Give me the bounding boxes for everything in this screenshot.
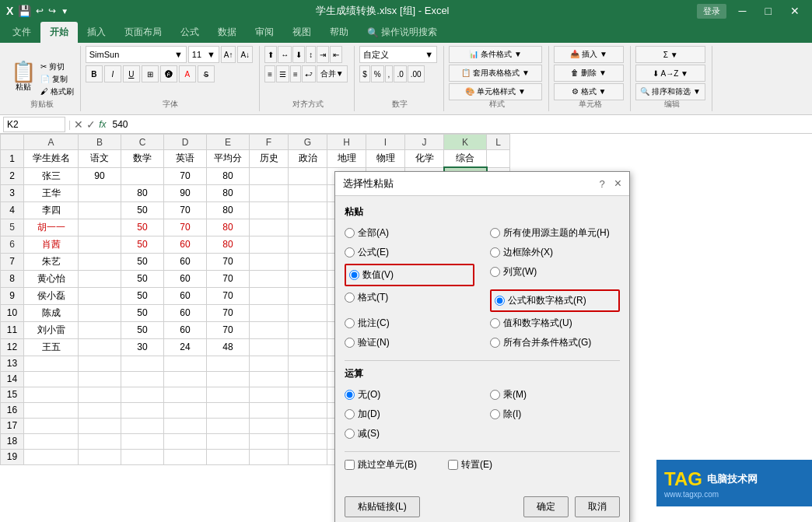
op-divide-radio[interactable] — [490, 409, 500, 419]
op-none: 无(O) — [345, 387, 474, 403]
watermark-text: 电脑技术网 — [707, 472, 758, 486]
paste-option-formula-num-fmt: 公式和数字格式(R) — [490, 289, 620, 312]
paste-formula-text: 公式(E) — [358, 246, 389, 259]
paste-all-cond-label[interactable]: 所有合并条件格式(G) — [490, 335, 620, 351]
op-none-text: 无(O) — [358, 388, 380, 401]
paste-format-radio[interactable] — [345, 293, 355, 303]
transpose-label[interactable]: 转置(E) — [448, 458, 492, 471]
paste-all-radio[interactable] — [345, 228, 355, 238]
op-add-label[interactable]: 加(D) — [345, 406, 474, 422]
paste-option-val-numfmt: 值和数字格式(U) — [490, 315, 620, 331]
op-subtract-text: 减(S) — [358, 427, 380, 440]
paste-formula-numfmt-highlight: 公式和数字格式(R) — [490, 289, 620, 312]
skip-blank-text: 跳过空单元(B) — [358, 458, 417, 471]
paste-option-except-border: 边框除外(X) — [490, 244, 620, 261]
paste-comment-radio[interactable] — [345, 318, 355, 328]
paste-validate-radio[interactable] — [345, 338, 355, 348]
paste-link-button[interactable]: 粘贴链接(L) — [345, 496, 420, 517]
dialog-title-bar: 选择性粘贴 ? × — [335, 172, 629, 196]
paste-value-label[interactable]: 数值(V) — [349, 267, 394, 283]
paste-comment-text: 批注(C) — [358, 317, 390, 330]
checkbox-row: 跳过空单元(B) 转置(E) — [345, 458, 620, 471]
op-add-text: 加(D) — [358, 408, 380, 421]
dialog-close-button[interactable]: × — [614, 177, 621, 191]
paste-option-validate: 验证(N) — [345, 335, 474, 351]
op-divide-label[interactable]: 除(I) — [490, 406, 620, 422]
paste-option-source-theme: 所有使用源主题的单元(H) — [490, 225, 620, 241]
paste-col-width-label[interactable]: 列宽(W) — [490, 264, 620, 280]
op-subtract: 减(S) — [345, 426, 474, 442]
operation-label: 运算 — [345, 367, 620, 380]
paste-formula-radio[interactable] — [345, 247, 355, 257]
paste-all-cond-radio[interactable] — [490, 338, 500, 348]
dialog-separator-2 — [345, 451, 620, 452]
paste-value-highlight: 数值(V) — [345, 264, 474, 286]
op-divide: 除(I) — [490, 406, 620, 422]
dialog-footer: 粘贴链接(L) 确定 取消 — [335, 490, 629, 522]
op-subtract-radio[interactable] — [345, 429, 355, 439]
paste-options-grid: 全部(A) 所有使用源主题的单元(H) 公式(E — [345, 225, 620, 351]
op-divide-text: 除(I) — [503, 408, 521, 421]
paste-val-numfmt-text: 值和数字格式(U) — [503, 317, 572, 330]
paste-source-theme-radio[interactable] — [490, 228, 500, 238]
op-multiply-radio[interactable] — [490, 390, 500, 400]
op-none-label[interactable]: 无(O) — [345, 387, 474, 403]
dialog-help-button[interactable]: ? — [599, 178, 604, 190]
cancel-button[interactable]: 取消 — [575, 496, 620, 517]
paste-option-all-cond: 所有合并条件格式(G) — [490, 335, 620, 351]
paste-source-theme-label[interactable]: 所有使用源主题的单元(H) — [490, 225, 620, 241]
paste-formula-numfmt-text: 公式和数字格式(R) — [508, 294, 586, 307]
watermark: TAG 电脑技术网 www.tagxp.com — [656, 460, 812, 506]
dialog-overlay: 选择性粘贴 ? × 粘贴 全部(A) — [0, 0, 812, 522]
operation-options-grid: 无(O) 乘(M) 加(D) — [345, 387, 620, 442]
paste-val-numfmt-radio[interactable] — [490, 318, 500, 328]
paste-validate-text: 验证(N) — [358, 336, 390, 349]
transpose-checkbox[interactable] — [448, 460, 458, 470]
dialog-separator — [345, 360, 620, 361]
paste-value-text: 数值(V) — [362, 268, 394, 282]
operation-section: 运算 无(O) 乘(M) — [345, 367, 620, 442]
paste-format-label[interactable]: 格式(T) — [345, 289, 474, 306]
paste-comment-label[interactable]: 批注(C) — [345, 315, 474, 331]
watermark-url: www.tagxp.com — [664, 490, 804, 499]
op-none-radio[interactable] — [345, 390, 355, 400]
paste-option-formula: 公式(E) — [345, 244, 474, 261]
op-add: 加(D) — [345, 406, 474, 422]
dialog-body: 粘贴 全部(A) 所有使用源主题的单元(H) — [335, 196, 629, 490]
selective-paste-dialog: 选择性粘贴 ? × 粘贴 全部(A) — [334, 171, 630, 522]
transpose-text: 转置(E) — [461, 458, 492, 471]
paste-option-value: 数值(V) — [345, 264, 474, 286]
paste-except-border-text: 边框除外(X) — [503, 246, 553, 259]
paste-formula-numfmt-label[interactable]: 公式和数字格式(R) — [495, 293, 586, 309]
op-placeholder — [490, 426, 620, 442]
paste-except-border-label[interactable]: 边框除外(X) — [490, 244, 620, 261]
paste-value-radio[interactable] — [349, 270, 359, 280]
op-multiply-text: 乘(M) — [503, 388, 527, 401]
paste-all-label[interactable]: 全部(A) — [345, 225, 474, 241]
paste-except-border-radio[interactable] — [490, 247, 500, 257]
op-multiply-label[interactable]: 乘(M) — [490, 387, 620, 403]
op-multiply: 乘(M) — [490, 387, 620, 403]
paste-all-text: 全部(A) — [358, 226, 389, 240]
op-subtract-label[interactable]: 减(S) — [345, 426, 474, 442]
skip-blank-checkbox[interactable] — [345, 460, 355, 470]
paste-option-col-width: 列宽(W) — [490, 264, 620, 286]
paste-section-label: 粘贴 — [345, 205, 620, 219]
paste-option-format: 格式(T) — [345, 289, 474, 312]
paste-val-numfmt-label[interactable]: 值和数字格式(U) — [490, 315, 620, 331]
op-add-radio[interactable] — [345, 409, 355, 419]
watermark-tag: TAG — [664, 468, 702, 490]
paste-formula-numfmt-radio[interactable] — [495, 296, 505, 306]
ok-button[interactable]: 确定 — [523, 496, 569, 517]
paste-section: 粘贴 全部(A) 所有使用源主题的单元(H) — [345, 205, 620, 351]
paste-formula-label[interactable]: 公式(E) — [345, 244, 474, 261]
paste-col-width-text: 列宽(W) — [503, 265, 537, 279]
skip-blank-label[interactable]: 跳过空单元(B) — [345, 458, 417, 471]
paste-all-cond-text: 所有合并条件格式(G) — [503, 336, 591, 349]
paste-col-width-radio[interactable] — [490, 267, 500, 277]
paste-option-all: 全部(A) — [345, 225, 474, 241]
paste-validate-label[interactable]: 验证(N) — [345, 335, 474, 351]
paste-option-comment: 批注(C) — [345, 315, 474, 331]
paste-format-text: 格式(T) — [358, 291, 388, 304]
paste-source-theme-text: 所有使用源主题的单元(H) — [503, 226, 610, 240]
